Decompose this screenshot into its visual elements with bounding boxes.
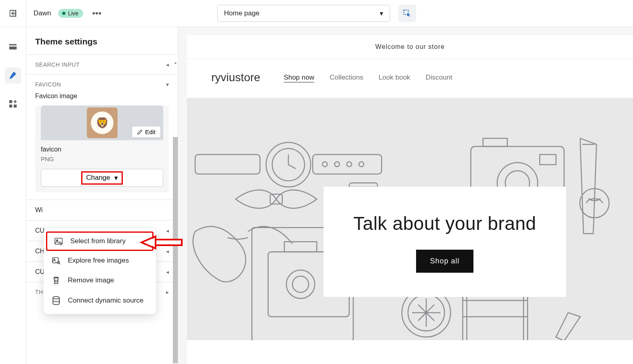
select-from-library-item[interactable]: Select from library: [46, 231, 154, 251]
section-label: Wi: [35, 206, 43, 214]
svg-rect-41: [284, 242, 317, 252]
apps-button[interactable]: [5, 96, 21, 112]
svg-point-28: [347, 162, 351, 167]
svg-rect-7: [15, 44, 16, 45]
preview-area: Welcome to our store ryviustore Shop now…: [178, 27, 633, 364]
chevron-left-icon: ◂: [166, 269, 169, 275]
svg-rect-3: [9, 46, 17, 49]
nav-collections[interactable]: Collections: [330, 74, 363, 82]
favicon-name: favicon: [35, 140, 169, 156]
svg-point-40: [292, 276, 309, 292]
section-label: CU: [35, 268, 44, 276]
svg-rect-6: [13, 44, 14, 45]
hero-section: Talk about your brand Shop all: [187, 98, 633, 340]
pencil-icon: [137, 129, 143, 135]
change-label: Change: [86, 174, 110, 182]
exit-button[interactable]: [0, 0, 26, 27]
svg-point-17: [53, 297, 59, 299]
edit-label: Edit: [145, 128, 156, 135]
scroll-up-icon[interactable]: ▴: [173, 60, 178, 65]
hero-card: Talk about your brand Shop all: [324, 187, 566, 297]
database-icon: [51, 296, 61, 305]
svg-rect-9: [9, 100, 12, 103]
shop-all-button[interactable]: Shop all: [416, 250, 473, 273]
page-select-dropdown[interactable]: Home page ▾: [217, 5, 390, 22]
nav-look-book[interactable]: Look book: [379, 74, 410, 82]
svg-rect-11: [14, 105, 17, 107]
favicon-thumbnail: 🦁: [87, 107, 118, 138]
section-label: SEARCH INPUT: [35, 61, 80, 68]
favicon-header[interactable]: FAVICON ▾: [35, 75, 169, 93]
live-dot-icon: [62, 12, 65, 15]
hero-title: Talk about your brand: [340, 213, 550, 234]
svg-rect-10: [9, 105, 12, 107]
live-badge: Live: [58, 9, 83, 18]
svg-point-26: [322, 162, 327, 167]
announcement-bar: Welcome to our store: [187, 35, 633, 59]
chevron-down-icon: ▾: [114, 174, 118, 182]
remove-image-item[interactable]: Remove image: [44, 270, 156, 290]
page-select-label: Home page: [224, 9, 260, 17]
chevron-down-icon: ▾: [166, 81, 169, 88]
svg-rect-21: [156, 240, 181, 244]
svg-point-39: [286, 270, 315, 299]
chevron-right-icon: ▸: [166, 289, 169, 295]
left-rail: [0, 27, 26, 364]
svg-rect-31: [483, 138, 507, 146]
image-search-icon: [51, 257, 61, 265]
site-logo[interactable]: ryviustore: [211, 71, 260, 84]
favicon-card: 🦁 Edit favicon PNG Change ▾: [35, 105, 169, 192]
change-button[interactable]: Change ▾: [41, 169, 163, 187]
panel-title: Theme settings: [26, 27, 178, 55]
svg-point-29: [359, 162, 364, 167]
site-preview: Welcome to our store ryviustore Shop now…: [187, 35, 633, 364]
nav-discount[interactable]: Discount: [426, 74, 452, 82]
theme-settings-button[interactable]: [5, 67, 21, 84]
section-label: CH: [35, 248, 44, 255]
svg-point-8: [10, 77, 11, 79]
sections-button[interactable]: [5, 39, 21, 55]
dd-label: Explore free images: [68, 257, 129, 265]
site-header: ryviustore Shop now Collections Look boo…: [187, 59, 633, 98]
section-favicon: FAVICON ▾ Favicon image 🦁 Edit favicon P…: [26, 74, 178, 200]
svg-rect-5: [11, 44, 12, 45]
dd-label: Select from library: [70, 237, 126, 245]
chevron-down-icon: ▾: [380, 9, 383, 18]
section-label: CU: [35, 227, 44, 234]
section-search-input[interactable]: SEARCH INPUT ◂: [26, 55, 178, 74]
inspector-button[interactable]: [398, 4, 416, 22]
dd-label: Connect dynamic source: [68, 297, 143, 305]
svg-rect-4: [9, 44, 11, 45]
svg-point-27: [334, 162, 339, 167]
svg-rect-34: [540, 155, 556, 165]
section-label: FAVICON: [35, 81, 61, 88]
svg-rect-22: [195, 155, 260, 174]
theme-name: Dawn: [26, 9, 58, 17]
topbar: Dawn Live ••• Home page ▾: [0, 0, 633, 27]
trash-icon: [51, 276, 61, 285]
favicon-image-label: Favicon image: [35, 93, 169, 100]
explore-free-images-item[interactable]: Explore free images: [44, 251, 156, 270]
more-menu-button[interactable]: •••: [92, 8, 101, 19]
annotation-arrow-icon: [139, 234, 184, 250]
chevron-left-icon: ◂: [166, 227, 169, 234]
favicon-preview: 🦁 Edit: [41, 105, 163, 140]
section-partial-wi[interactable]: Wi: [26, 200, 178, 220]
live-label: Live: [68, 10, 78, 17]
edit-button[interactable]: Edit: [132, 126, 161, 138]
dd-label: Remove image: [68, 276, 114, 284]
connect-dynamic-source-item[interactable]: Connect dynamic source: [44, 290, 156, 311]
lion-icon: 🦁: [91, 112, 114, 134]
nav-shop-now[interactable]: Shop now: [284, 74, 314, 82]
favicon-type: PNG: [35, 156, 169, 162]
chevron-left-icon: ◂: [166, 61, 169, 68]
image-add-icon: [53, 237, 64, 245]
